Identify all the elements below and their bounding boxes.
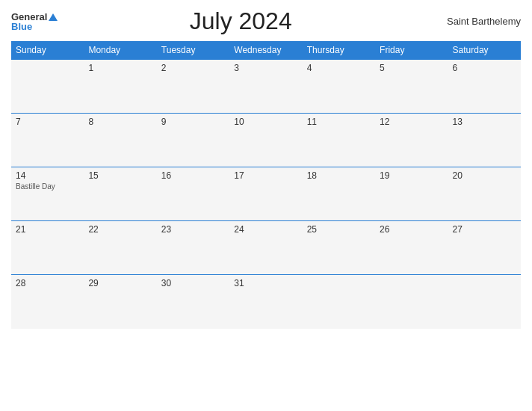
logo-general-text: General <box>11 12 58 22</box>
calendar-cell <box>303 275 375 329</box>
calendar-cell <box>11 60 84 114</box>
day-number: 22 <box>88 224 152 235</box>
header-tuesday: Tuesday <box>157 41 229 60</box>
header-sunday: Sunday <box>11 41 84 60</box>
calendar-cell: 11 <box>303 114 375 167</box>
calendar-cell: 21 <box>11 221 84 275</box>
day-number: 18 <box>307 170 371 181</box>
calendar-cell: 18 <box>303 167 375 221</box>
day-number: 15 <box>88 170 152 181</box>
calendar-body: 1234567891011121314Bastille Day151617181… <box>11 60 521 329</box>
day-number: 4 <box>307 63 371 73</box>
calendar-cell: 3 <box>229 60 302 114</box>
day-number: 30 <box>161 278 225 288</box>
day-number: 25 <box>307 224 371 235</box>
day-number: 14 <box>16 170 79 181</box>
day-number: 13 <box>453 117 516 127</box>
calendar-cell: 31 <box>229 275 302 329</box>
day-number: 27 <box>453 224 516 235</box>
calendar-week-row: 21222324252627 <box>11 221 521 275</box>
day-number: 17 <box>234 170 297 181</box>
calendar-cell: 12 <box>375 114 448 167</box>
calendar-cell: 24 <box>229 221 302 275</box>
calendar-cell: 14Bastille Day <box>11 167 84 221</box>
day-number: 28 <box>16 278 79 288</box>
day-number: 9 <box>161 117 225 127</box>
day-number: 8 <box>88 117 152 127</box>
calendar-cell: 15 <box>84 167 156 221</box>
calendar-cell: 29 <box>84 275 156 329</box>
day-number: 31 <box>234 278 297 288</box>
calendar-cell: 7 <box>11 114 84 167</box>
day-number: 11 <box>307 117 371 127</box>
calendar-cell: 20 <box>448 167 521 221</box>
calendar-cell: 22 <box>84 221 156 275</box>
day-number: 29 <box>88 278 152 288</box>
day-number: 10 <box>234 117 297 127</box>
calendar-cell: 26 <box>375 221 448 275</box>
day-number: 19 <box>380 170 443 181</box>
calendar-container: General Blue July 2024 Saint Barthelemy … <box>0 0 532 411</box>
calendar-week-row: 78910111213 <box>11 114 521 167</box>
calendar-cell: 30 <box>157 275 229 329</box>
calendar-cell: 4 <box>303 60 375 114</box>
day-number: 23 <box>161 224 225 235</box>
day-number: 3 <box>234 63 297 73</box>
calendar-cell: 10 <box>229 114 302 167</box>
calendar-table: Sunday Monday Tuesday Wednesday Thursday… <box>11 41 521 329</box>
calendar-cell: 17 <box>229 167 302 221</box>
calendar-week-row: 123456 <box>11 60 521 114</box>
day-number: 24 <box>234 224 297 235</box>
calendar-cell: 19 <box>375 167 448 221</box>
calendar-cell: 13 <box>448 114 521 167</box>
header-wednesday: Wednesday <box>229 41 302 60</box>
day-number: 21 <box>16 224 79 235</box>
weekday-header-row: Sunday Monday Tuesday Wednesday Thursday… <box>11 41 521 60</box>
logo: General Blue <box>11 12 58 31</box>
calendar-cell: 2 <box>157 60 229 114</box>
calendar-week-row: 14Bastille Day151617181920 <box>11 167 521 221</box>
day-number: 1 <box>88 63 152 73</box>
region-label: Saint Barthelemy <box>424 16 521 27</box>
logo-blue-text: Blue <box>11 22 58 31</box>
month-title: July 2024 <box>58 7 424 35</box>
day-number: 12 <box>380 117 443 127</box>
header-friday: Friday <box>375 41 448 60</box>
header-saturday: Saturday <box>448 41 521 60</box>
calendar-cell: 25 <box>303 221 375 275</box>
calendar-cell: 9 <box>157 114 229 167</box>
logo-triangle-icon <box>49 13 58 21</box>
day-number: 20 <box>453 170 516 181</box>
calendar-cell <box>375 275 448 329</box>
header-monday: Monday <box>84 41 156 60</box>
calendar-cell: 23 <box>157 221 229 275</box>
day-number: 2 <box>161 63 225 73</box>
calendar-cell: 27 <box>448 221 521 275</box>
calendar-cell: 28 <box>11 275 84 329</box>
day-number: 6 <box>453 63 516 73</box>
day-number: 7 <box>16 117 79 127</box>
day-number: 16 <box>161 170 225 181</box>
calendar-cell <box>448 275 521 329</box>
calendar-cell: 6 <box>448 60 521 114</box>
day-number: 5 <box>380 63 443 73</box>
header-thursday: Thursday <box>303 41 375 60</box>
day-number: 26 <box>380 224 443 235</box>
calendar-cell: 5 <box>375 60 448 114</box>
calendar-week-row: 28293031 <box>11 275 521 329</box>
event-label: Bastille Day <box>16 182 79 191</box>
calendar-header: General Blue July 2024 Saint Barthelemy <box>11 7 521 35</box>
calendar-cell: 16 <box>157 167 229 221</box>
calendar-cell: 1 <box>84 60 156 114</box>
calendar-cell: 8 <box>84 114 156 167</box>
